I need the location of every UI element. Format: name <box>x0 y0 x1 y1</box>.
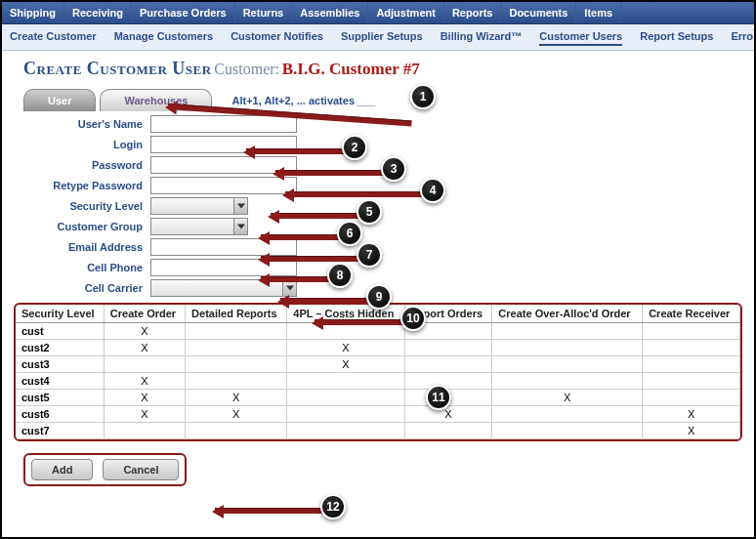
grid-cell <box>404 373 492 390</box>
grid-level-cell: cust6 <box>16 406 104 423</box>
tabs-row: User Warehouses Alt+1, Alt+2, ... activa… <box>23 89 754 111</box>
table-row: cust3X <box>16 356 740 373</box>
grid-cell: X <box>104 323 185 340</box>
grid-level-cell: cust4 <box>16 373 104 390</box>
topnav-item[interactable]: Reports <box>444 2 502 23</box>
cancel-button[interactable]: Cancel <box>103 459 179 480</box>
grid-level-cell: cust <box>16 323 104 340</box>
grid-cell: X <box>186 406 287 423</box>
grid-cell: X <box>492 390 643 406</box>
label-password: Password <box>23 159 150 171</box>
grid-header: Create Over-Alloc'd Order <box>492 305 643 323</box>
topnav-item[interactable]: Returns <box>235 2 293 23</box>
input-users-name[interactable] <box>150 115 297 133</box>
grid-level-cell: cust7 <box>16 423 104 439</box>
table-row: cust6XXXX <box>16 406 740 423</box>
grid-cell <box>287 406 404 423</box>
grid-cell <box>104 423 185 439</box>
add-button[interactable]: Add <box>31 459 93 480</box>
topnav-item[interactable]: Purchase Orders <box>132 2 235 23</box>
grid-cell <box>287 373 404 390</box>
label-login: Login <box>23 139 150 150</box>
grid-cell <box>186 323 287 340</box>
sub-nav: Create CustomerManage CustomersCustomer … <box>2 24 754 51</box>
grid-cell: X <box>404 406 492 423</box>
chevron-down-icon <box>282 280 296 296</box>
grid-cell <box>492 373 643 390</box>
grid-cell <box>186 373 287 390</box>
grid-cell <box>492 323 643 340</box>
grid-cell: X <box>104 390 185 406</box>
select-customer-group[interactable] <box>150 218 248 235</box>
grid-cell <box>492 423 643 439</box>
tab-user[interactable]: User <box>23 89 96 111</box>
grid-header: Create Receiver <box>643 305 740 323</box>
topnav-item[interactable]: Receiving <box>64 2 132 23</box>
label-cell-carrier: Cell Carrier <box>23 282 150 294</box>
grid-cell <box>643 340 740 356</box>
title-main: Create Customer User <box>23 59 212 78</box>
grid-cell: X <box>104 373 185 390</box>
topnav-item[interactable]: Documents <box>501 2 576 23</box>
label-security-level: Security Level <box>23 200 150 212</box>
grid-cell <box>104 356 185 373</box>
subnav-item[interactable]: Manage Customers <box>114 28 213 46</box>
grid-cell <box>492 340 643 356</box>
grid-cell <box>404 423 492 439</box>
grid-cell <box>643 390 740 406</box>
grid-cell <box>186 423 287 439</box>
table-row: cust2XX <box>16 340 740 356</box>
grid-cell: X <box>643 423 740 439</box>
label-cell-phone: Cell Phone <box>23 262 150 273</box>
button-row: Add Cancel <box>23 453 754 486</box>
grid-cell <box>643 356 740 373</box>
grid-cell <box>287 423 404 439</box>
topnav-item[interactable]: Shipping <box>2 2 64 23</box>
topnav-item[interactable]: Adjustment <box>368 2 444 23</box>
grid-header: Create Order <box>104 305 185 323</box>
subnav-item[interactable]: Erro <box>731 28 753 46</box>
subnav-item[interactable]: Report Setups <box>640 28 713 46</box>
top-nav: ShippingReceivingPurchase OrdersReturnsA… <box>2 2 754 24</box>
select-security-level[interactable] <box>150 197 248 215</box>
grid-level-cell: cust3 <box>16 356 104 373</box>
grid-cell: X <box>104 406 185 423</box>
subnav-item[interactable]: Customer Users <box>539 28 622 46</box>
title-customer-name: B.I.G. Customer #7 <box>282 60 420 78</box>
table-row: custX <box>16 323 740 340</box>
topnav-item[interactable]: Assemblies <box>292 2 368 23</box>
topnav-item[interactable]: Items <box>576 2 621 23</box>
button-box-highlight: Add Cancel <box>23 453 187 486</box>
table-row: cust5XXXX <box>16 390 740 406</box>
grid-cell: X <box>287 356 404 373</box>
subnav-item[interactable]: Supplier Setups <box>341 28 423 46</box>
grid-level-cell: cust2 <box>16 340 104 356</box>
page-title: Create Customer User Customer: B.I.G. Cu… <box>2 51 754 83</box>
table-row: cust7X <box>16 423 740 439</box>
subnav-item[interactable]: Create Customer <box>10 28 97 46</box>
grid-cell: X <box>643 406 740 423</box>
grid-cell <box>492 356 643 373</box>
grid-header: Import Orders <box>404 305 492 323</box>
grid-cell <box>643 373 740 390</box>
grid-cell: X <box>186 390 287 406</box>
chevron-down-icon <box>233 219 247 234</box>
input-email[interactable] <box>150 238 297 256</box>
grid-cell <box>492 406 643 423</box>
grid-cell <box>643 323 740 340</box>
grid-cell <box>404 340 492 356</box>
label-users-name: User's Name <box>23 118 150 130</box>
grid-level-cell: cust5 <box>16 390 104 406</box>
grid-header: Security Level <box>16 305 104 323</box>
grid-cell <box>404 356 492 373</box>
grid-cell: X <box>287 340 404 356</box>
subnav-item[interactable]: Customer Notifies <box>231 28 323 46</box>
table-row: cust4X <box>16 373 740 390</box>
chevron-down-icon <box>233 198 247 214</box>
form-area: User's Name Login Password Retype Passwo… <box>23 115 733 297</box>
label-retype-password: Retype Password <box>23 180 150 191</box>
grid-cell: X <box>404 390 492 406</box>
subnav-item[interactable]: Billing Wizard™ <box>441 28 523 46</box>
grid-cell <box>287 390 404 406</box>
grid-cell <box>186 356 287 373</box>
